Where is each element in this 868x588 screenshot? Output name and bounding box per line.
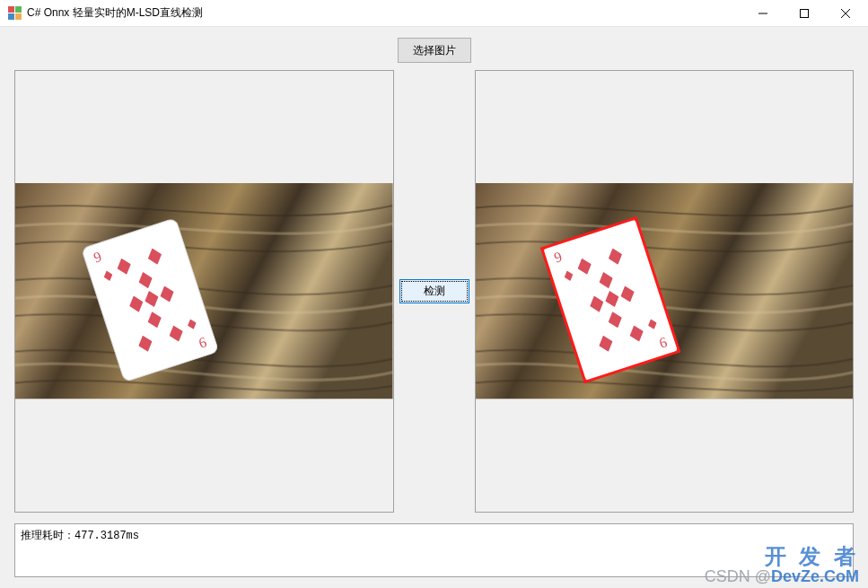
input-image: 9 9 (15, 183, 393, 399)
top-toolbar: 选择图片 (14, 38, 854, 63)
client-area: 选择图片 (0, 27, 868, 588)
select-image-button[interactable]: 选择图片 (398, 38, 471, 63)
window-title: C# Onnx 轻量实时的M-LSD直线检测 (27, 5, 742, 21)
status-text: 推理耗时：477.3187ms (21, 530, 139, 542)
detect-button[interactable]: 检测 (399, 279, 469, 303)
window-controls (742, 0, 866, 27)
output-image-panel: 9 9 (475, 70, 855, 513)
svg-rect-5 (15, 183, 393, 399)
center-column: 检测 (394, 70, 475, 513)
maximize-button[interactable] (784, 0, 825, 27)
scroll-hint-icon: ˅ (837, 560, 851, 575)
panels-row: 9 9 (14, 70, 854, 513)
titlebar: C# Onnx 轻量实时的M-LSD直线检测 (0, 0, 868, 27)
output-image: 9 9 (476, 183, 854, 399)
minimize-button[interactable] (742, 0, 784, 27)
app-icon (7, 6, 22, 21)
input-image-panel: 9 9 (14, 70, 394, 513)
close-button[interactable] (825, 0, 866, 27)
svg-rect-7 (476, 183, 854, 399)
status-output[interactable]: 推理耗时：477.3187ms ˅ (14, 523, 854, 577)
svg-rect-1 (801, 9, 809, 17)
